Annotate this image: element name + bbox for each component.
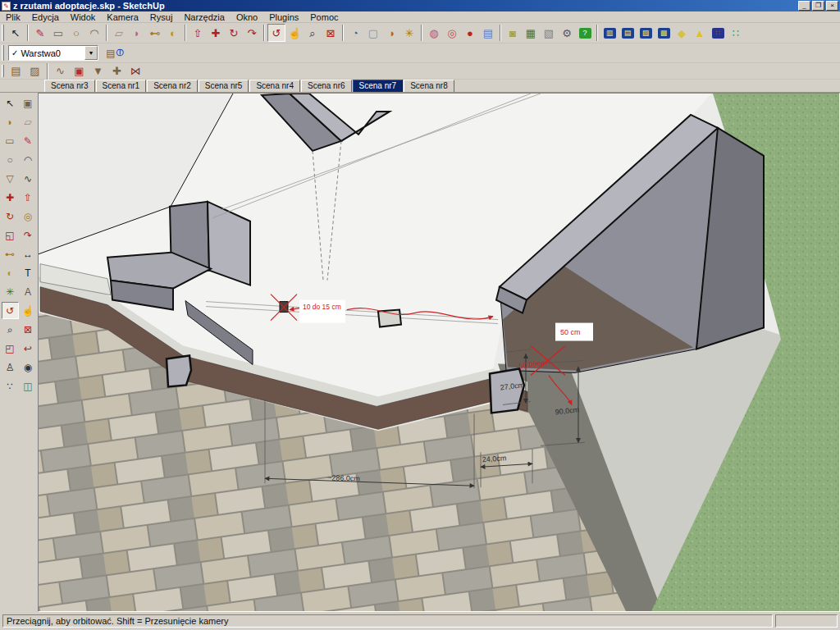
palette-text-button[interactable]: T	[20, 264, 37, 281]
palette-axes-button[interactable]: ✳	[2, 283, 19, 300]
tool-plugin-palette-1-button[interactable]: ∷	[709, 24, 727, 42]
tool-follow-me-button[interactable]: ↷	[243, 24, 261, 42]
tab-scena-nr7[interactable]: Scena nr7	[353, 80, 404, 92]
tool-move-button[interactable]: ✚	[207, 24, 225, 42]
tool-shadows-button[interactable]: ◙	[504, 24, 522, 42]
tool-next-view-button[interactable]: ▢	[364, 24, 382, 42]
menu-okno[interactable]: Okno	[231, 12, 263, 22]
tool-plugin-palette-2-button[interactable]: ∷	[727, 24, 745, 42]
toolbar-grip[interactable]	[2, 45, 4, 60]
tab-scena-nr5[interactable]: Scena nr5	[199, 80, 249, 92]
palette-look-around-button[interactable]: ◉	[20, 358, 37, 376]
palette-offset-button[interactable]: ◎	[20, 208, 37, 225]
sandbox-from-scratch-button[interactable]: ▨	[25, 64, 44, 79]
palette-zoom-button[interactable]: ⌕	[2, 321, 19, 338]
layer-dropdown-arrow-icon[interactable]: ▼	[84, 46, 98, 60]
palette-line-button[interactable]: ✎	[20, 132, 37, 149]
palette-3d-text-button[interactable]: A	[20, 283, 37, 300]
tool-zoom-button[interactable]: ⌕	[304, 24, 322, 42]
tab-scena-nr1[interactable]: Scena nr1	[96, 80, 147, 92]
sandbox-smoove-button[interactable]: ∿	[51, 64, 70, 79]
tool-plugin-blue-1-button[interactable]: ▥	[600, 24, 619, 42]
minimize-button[interactable]: _	[798, 1, 810, 11]
palette-eraser-button[interactable]: ▱	[20, 113, 37, 130]
menu-rysuj[interactable]: Rysuj	[144, 12, 179, 22]
tool-eraser-button[interactable]: ▱	[110, 24, 128, 42]
tool-help-button[interactable]: ?	[576, 24, 594, 42]
palette-follow-me-button[interactable]: ↷	[20, 226, 37, 244]
menu-edycja[interactable]: Edycja	[26, 12, 65, 22]
tool-rotate-button[interactable]: ↻	[225, 24, 243, 42]
palette-zoom-window-button[interactable]: ◰	[2, 340, 19, 357]
tool-plugin-cone-button[interactable]: ▲	[691, 24, 709, 42]
palette-zoom-extents-button[interactable]: ⊠	[20, 321, 37, 338]
layer-manager-button[interactable]: ▤ ⓘ	[103, 45, 126, 62]
tab-scena-nr4[interactable]: Scena nr4	[249, 80, 300, 92]
menu-narzędzia[interactable]: Narzędzia	[178, 12, 231, 22]
tool-arc-button[interactable]: ◠	[85, 24, 103, 42]
maximize-button[interactable]: ❐	[812, 1, 824, 11]
tool-line-button[interactable]: ✎	[31, 24, 49, 42]
palette-position-camera-button[interactable]: ♙	[2, 358, 19, 376]
palette-rectangle-button[interactable]: ▭	[2, 132, 19, 149]
tab-scena-nr6[interactable]: Scena nr6	[301, 80, 352, 92]
layer-combobox[interactable]: ✓ Warstwa0 ▼	[8, 45, 98, 61]
menu-widok[interactable]: Widok	[65, 12, 102, 22]
sandbox-add-detail-button[interactable]: ✚	[107, 64, 126, 79]
tool-plugin-blue-4-button[interactable]: ▩	[655, 24, 673, 42]
palette-dimension-button[interactable]: ↔	[20, 245, 37, 262]
tool-face-style-wireframe-button[interactable]: ◎	[443, 24, 461, 42]
tool-face-style-xray-button[interactable]: ◍	[425, 24, 443, 42]
toolbar-grip[interactable]	[2, 65, 4, 77]
sandbox-from-contours-button[interactable]: ▤	[7, 64, 25, 79]
tool-iso-view-button[interactable]: ◑	[382, 24, 400, 42]
close-button[interactable]: ×	[826, 1, 838, 11]
palette-walk-button[interactable]: ∵	[2, 377, 19, 395]
palette-previous-view-button[interactable]: ↩	[20, 340, 37, 357]
tab-scena-nr8[interactable]: Scena nr8	[404, 80, 454, 92]
tab-scena-nr3[interactable]: Scena nr3	[44, 80, 95, 92]
measurement-box[interactable]	[775, 614, 838, 628]
tool-watermark-image-button[interactable]: ▦	[522, 24, 540, 42]
menu-plugins[interactable]: Plugins	[263, 12, 304, 22]
palette-protractor-button[interactable]: ◐	[2, 264, 19, 281]
tool-protractor-button[interactable]: ◐	[164, 24, 182, 42]
tool-push-pull-button[interactable]: ⇧	[189, 24, 207, 42]
tool-pan-button[interactable]: ☝	[285, 24, 304, 42]
palette-rotate-button[interactable]: ↻	[2, 208, 19, 225]
palette-freehand-button[interactable]: ∿	[20, 170, 37, 187]
tool-plugin-blue-3-button[interactable]: ▨	[637, 24, 655, 42]
palette-tape-measure-button[interactable]: ⊷	[2, 245, 19, 262]
tool-model-settings-button[interactable]: ⚙	[558, 24, 576, 42]
tool-circle-button[interactable]: ○	[67, 24, 85, 42]
palette-scale-button[interactable]: ◱	[2, 226, 19, 244]
tool-layers-window-button[interactable]: ▤	[479, 24, 497, 42]
tool-face-style-shaded-button[interactable]: ●	[461, 24, 479, 42]
tab-scena-nr2[interactable]: Scena nr2	[147, 80, 198, 92]
menu-kamera[interactable]: Kamera	[101, 12, 144, 22]
tool-previous-view-button[interactable]: ◔	[346, 24, 364, 42]
tool-plugin-blue-2-button[interactable]: ▤	[619, 24, 637, 42]
tool-tape-measure-button[interactable]: ⊷	[146, 24, 164, 42]
tool-zoom-extents-button[interactable]: ⊠	[322, 24, 340, 42]
tool-export-image-button[interactable]: ▧	[540, 24, 558, 42]
palette-push-pull-button[interactable]: ⇧	[20, 189, 37, 206]
palette-move-button[interactable]: ✚	[2, 189, 19, 206]
palette-make-component-button[interactable]: ▣	[20, 94, 37, 112]
tool-rectangle-button[interactable]: ▭	[49, 24, 67, 42]
tool-select-button[interactable]: ↖	[7, 24, 25, 42]
palette-select-button[interactable]: ↖	[2, 94, 19, 112]
menu-plik[interactable]: Plik	[0, 12, 26, 22]
palette-pan-button[interactable]: ☝	[20, 302, 37, 319]
palette-section-plane-button[interactable]: ◫	[20, 377, 37, 395]
palette-polygon-button[interactable]: ▽	[2, 170, 19, 187]
tool-plugin-diamond-button[interactable]: ◆	[673, 24, 691, 42]
tool-paint-bucket-button[interactable]: ◗	[128, 24, 146, 42]
tool-sand-glove-button[interactable]: ✳	[400, 24, 418, 42]
palette-orbit-button[interactable]: ↺	[2, 302, 19, 319]
sandbox-flip-edge-button[interactable]: ⋈	[126, 64, 145, 79]
palette-circle-button[interactable]: ○	[2, 151, 19, 168]
sandbox-stamp-button[interactable]: ▣	[70, 64, 89, 79]
sandbox-drape-button[interactable]: ▼	[89, 64, 107, 79]
menu-pomoc[interactable]: Pomoc	[304, 12, 344, 22]
